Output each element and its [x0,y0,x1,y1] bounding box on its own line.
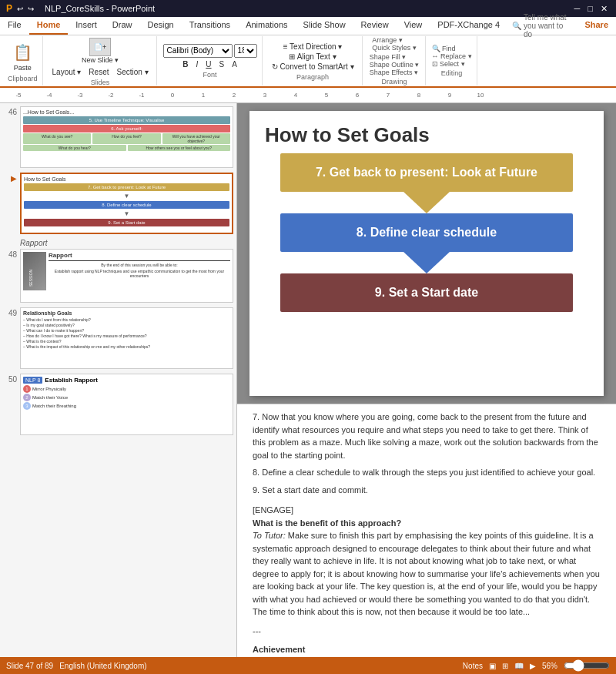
para-row3: ↻ Convert to SmartArt ▾ [269,62,357,72]
slide-main-title: How to Set Goals [249,111,604,153]
s50-row3: 3 Match their Breathing [23,402,230,410]
tab-design[interactable]: Design [139,17,181,35]
tab-insert[interactable]: Insert [68,17,105,35]
note-8-text: Define a clear schedule to walk through … [262,468,595,477]
notes-btn[interactable]: Notes [463,662,483,670]
slide-item-49[interactable]: 49 Relationship Goals – What do I want f… [3,307,233,369]
slide-thumb-46[interactable]: ...How to Set Goals... 5. Use Timeline T… [20,106,233,168]
s46-ask: 6. Ask yourself: [23,125,230,132]
s47-box2: 8. Define clear schedule [24,201,229,209]
s48-image: SESSION [23,252,46,290]
achievement-section: Achievement By the end of this session y… [253,643,601,657]
para-row1: ≡ Text Direction ▾ [280,42,346,52]
strikethrough-btn[interactable]: S [216,59,228,69]
slide-number-50: 50 [3,374,17,384]
note-7-number: 7. [253,412,259,421]
note-9-text: Set a start date and commit. [262,485,368,495]
slides-row2: Layout ▾ Reset Section ▾ [49,67,152,77]
s47-box3: 9. Set a Start date [24,219,229,226]
align-btn[interactable]: ⊞ Align Text ▾ [286,52,339,62]
maximize-btn[interactable]: □ [588,4,593,14]
select-btn[interactable]: ⊡ Select ▾ [432,60,472,68]
reset-btn[interactable]: Reset [85,67,112,77]
shape-effects-btn[interactable]: Shape Effects ▾ [370,69,420,76]
view-normal-btn[interactable]: ▣ [489,662,496,670]
slide-thumb-48[interactable]: SESSION Rapport By the end of this sessi… [20,249,233,303]
engage-label: [ENGAGE] [253,504,601,517]
paragraph-label: Paragraph [296,73,329,81]
s50-row2: 2 Match their Voice [23,394,230,401]
tab-animations[interactable]: Animations [238,17,295,35]
slide-thumb-47[interactable]: How to Set Goals 7. Get back to present:… [20,173,233,234]
slide-number-49: 49 [3,307,17,317]
tab-review[interactable]: Review [353,17,397,35]
achievement-heading: Achievement [253,643,601,656]
tab-transitions[interactable]: Transitions [182,17,238,35]
arrow-down-1 [403,192,450,213]
s47-arrow1: ▼ [24,193,229,200]
s46-timeline: 5. Use Timeline Technique: Visualise [23,116,230,124]
engage-section: [ENGAGE] What is the benefit of this app… [253,504,601,619]
slide-thumb-50[interactable]: NLP 8 Establish Rapport 1 Mirror Physica… [20,374,233,435]
s47-box1: 7. Get back to present: Look at Future [24,183,229,191]
shape-outline-btn[interactable]: Shape Outline ▾ [370,61,420,69]
tab-pdf[interactable]: PDF-XChange 4 [430,17,507,35]
slide-item-47[interactable]: ▶ How to Set Goals 7. Get back to presen… [3,173,233,234]
slide-box1[interactable]: 7. Get back to present: Look at Future [280,153,573,192]
slide-item-48[interactable]: 48 SESSION Rapport By the end of this se… [3,249,233,303]
s47-arrow2: ▼ [24,210,229,217]
italic-btn[interactable]: I [193,59,202,69]
minimize-btn[interactable]: ─ [574,4,581,14]
slide-thumb-49[interactable]: Relationship Goals – What do I want from… [20,307,233,369]
quick-access-undo[interactable]: ↩ [17,5,23,13]
font-family-select[interactable]: Calibri (Body) [163,44,233,58]
font-size-select[interactable]: 18 [234,44,257,58]
slide-number-48: 48 [3,249,17,259]
slide-canvas[interactable]: How to Set Goals 7. Get back to present:… [249,111,604,396]
tell-me[interactable]: 🔍 Tell me what you want to do [507,17,577,35]
s50-rapport-title: Establish Rapport [45,377,97,384]
app-title: NLP_CoreSkills - PowerPoint [45,4,155,13]
slide-number-47: ▶ [3,173,17,183]
paste-button[interactable]: 📋 Paste [8,39,37,73]
arrange-btn[interactable]: Arrange ▾ [372,36,417,44]
tab-file[interactable]: File [0,17,29,35]
clipboard-label: Clipboard [8,75,38,82]
font-label: Font [203,71,217,79]
share-btn[interactable]: Share [577,17,616,35]
s50-header: NLP 8 Establish Rapport [23,377,230,384]
zoom-slider[interactable] [564,661,610,670]
view-presenter-btn[interactable]: ▶ [530,662,536,670]
find-btn[interactable]: 🔍 Find [432,45,472,52]
tab-view[interactable]: View [397,17,430,35]
quick-styles-btn[interactable]: Quick Styles ▾ [372,44,417,52]
slide-item-46[interactable]: 46 ...How to Set Goals... 5. Use Timelin… [3,106,233,168]
titlebar-right: ─ □ ✕ [572,4,610,14]
slide-box2[interactable]: 8. Define clear schedule [280,213,573,252]
tab-home[interactable]: Home [29,17,69,35]
slide-box3[interactable]: 9. Set a Start date [280,273,573,312]
tab-draw[interactable]: Draw [105,17,140,35]
section-btn[interactable]: Section ▾ [113,67,151,77]
s46-title: ...How to Set Goals... [23,109,230,115]
layout-btn[interactable]: Layout ▾ [49,67,85,77]
slide-item-50[interactable]: 50 NLP 8 Establish Rapport 1 Mirror Phys… [3,374,233,435]
smartart-btn[interactable]: ↻ Convert to SmartArt ▾ [269,62,357,72]
align-text-btn[interactable]: ≡ Text Direction ▾ [280,42,346,52]
bold-btn[interactable]: B [179,59,191,69]
s49-b1: – What do I want from this relationship? [23,317,230,322]
new-slide-button[interactable]: 📄+ New Slide ▾ [79,36,122,65]
quick-access-redo[interactable]: ↪ [28,5,34,13]
shape-fill-btn[interactable]: Shape Fill ▾ [370,53,420,61]
editing-label: Editing [441,69,463,77]
s49-title: Relationship Goals [23,310,230,316]
close-btn[interactable]: ✕ [601,4,608,14]
view-reading-btn[interactable]: 📖 [514,662,524,670]
benefit-text: Make sure to finish this part by emphasi… [253,531,600,616]
underline-btn[interactable]: U [203,59,214,69]
font-color-btn[interactable]: A [229,59,240,69]
replace-btn[interactable]: ↔ Replace ▾ [432,52,472,60]
tab-slideshow[interactable]: Slide Show [296,17,353,35]
view-slide-btn[interactable]: ⊞ [502,662,508,670]
drawing-tools: Arrange ▾ Quick Styles ▾ [372,36,417,52]
